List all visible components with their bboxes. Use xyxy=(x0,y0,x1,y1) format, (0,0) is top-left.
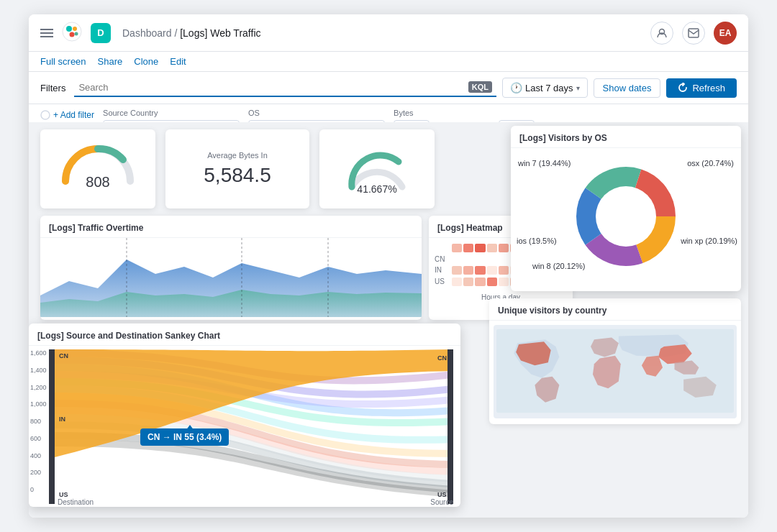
tooltip-arrow xyxy=(186,425,194,431)
traffic-chart xyxy=(40,238,422,317)
world-map-svg xyxy=(496,328,734,414)
svg-text:US: US xyxy=(59,491,68,498)
avg-bytes-card: Average Bytes In 5,584.5 xyxy=(165,129,309,208)
y-label-0: 0 xyxy=(30,486,47,493)
svg-point-3 xyxy=(70,32,75,37)
action-bar: Full screen Share Clone Edit xyxy=(29,52,748,72)
chevron-down-icon: ▾ xyxy=(576,84,580,92)
refresh-button[interactable]: Refresh xyxy=(666,78,737,98)
legend-ios: ios (19.5%) xyxy=(517,237,557,245)
y-label-200: 200 xyxy=(30,469,47,476)
logo xyxy=(62,22,82,45)
mail-icon-btn[interactable] xyxy=(682,22,705,45)
source-country-label: Source Country xyxy=(103,109,240,117)
gauge-value: 808 xyxy=(86,174,109,191)
svg-text:IN: IN xyxy=(59,416,65,423)
menu-icon[interactable] xyxy=(40,27,53,40)
add-filter-row: + Add filter xyxy=(40,110,94,120)
svg-text:CN: CN xyxy=(437,354,447,362)
share-link[interactable]: Share xyxy=(98,56,123,67)
y-label-800: 800 xyxy=(30,418,47,425)
clone-link[interactable]: Clone xyxy=(134,56,158,67)
gauge-card: 808 xyxy=(40,129,155,208)
search-input[interactable] xyxy=(78,82,468,93)
legend-win7: win 7 (19.44%) xyxy=(518,159,571,168)
dashboard-area: 808 Average Bytes In 5,584.5 41.667% [Lo… xyxy=(29,122,748,518)
svg-rect-18 xyxy=(447,349,453,504)
legend-osx: osx (20.74%) xyxy=(687,159,734,168)
y-label-400: 400 xyxy=(30,452,47,459)
show-dates-button[interactable]: Show dates xyxy=(594,78,661,98)
svg-rect-6 xyxy=(689,29,699,37)
svg-point-2 xyxy=(73,27,77,31)
filter-bar: Filters KQL 🕐 Last 7 days ▾ Show dates R… xyxy=(29,72,748,104)
visitors-os-title: [Logs] Visitors by OS xyxy=(511,126,741,148)
filters-label: Filters xyxy=(40,83,65,93)
clock-icon: 🕐 xyxy=(510,82,522,93)
sankey-src-label: Source xyxy=(430,498,453,506)
y-label-1200: 1,200 xyxy=(30,384,47,391)
app-badge: D xyxy=(91,23,111,43)
avg-bytes-value: 5,584.5 xyxy=(204,164,271,187)
sankey-svg: CN IN US CN US xyxy=(49,349,459,504)
time-range-text: Last 7 days xyxy=(525,83,573,93)
svg-text:US: US xyxy=(437,491,447,498)
pct-value: 41.667% xyxy=(357,183,396,195)
top-nav: D Dashboard / [Logs] Web Traffic EA xyxy=(29,14,748,52)
refresh-icon xyxy=(678,83,688,93)
donut-chart xyxy=(568,159,683,274)
y-label-1400: 1,400 xyxy=(30,367,47,374)
svg-rect-17 xyxy=(49,349,55,504)
os-label: OS xyxy=(248,109,385,117)
svg-point-0 xyxy=(63,22,81,41)
avatar[interactable]: EA xyxy=(714,22,737,45)
svg-point-1 xyxy=(66,26,72,32)
legend-winxp: win xp (20.19%) xyxy=(681,237,737,245)
avg-bytes-label: Average Bytes In xyxy=(207,151,268,160)
bytes-label: Bytes xyxy=(394,109,535,117)
worldmap-title: Unique visitors by country xyxy=(489,298,741,321)
legend-win8: win 8 (20.12%) xyxy=(532,262,585,270)
worldmap-card: Unique visitors by country xyxy=(489,298,741,424)
pct-card: 41.667% xyxy=(319,129,435,208)
breadcrumb: Dashboard / [Logs] Web Traffic xyxy=(122,27,650,39)
user-icon-btn[interactable] xyxy=(650,22,673,45)
svg-point-4 xyxy=(75,32,78,35)
sankey-dest-label: Destination xyxy=(58,498,94,506)
traffic-overtime-card: [Logs] Traffic Overtime xyxy=(40,216,422,320)
search-wrapper: KQL xyxy=(74,78,496,97)
y-label-1600: 1,600 xyxy=(30,349,47,357)
visitors-os-card: [Logs] Visitors by OS xyxy=(511,126,741,291)
traffic-overtime-title: [Logs] Traffic Overtime xyxy=(40,216,422,238)
kql-badge: KQL xyxy=(468,81,492,93)
sankey-title: [Logs] Source and Destination Sankey Cha… xyxy=(29,324,460,346)
sankey-card: [Logs] Source and Destination Sankey Cha… xyxy=(29,324,460,507)
y-label-1000: 1,000 xyxy=(30,400,47,408)
full-screen-link[interactable]: Full screen xyxy=(40,56,86,67)
svg-text:CN: CN xyxy=(59,352,68,359)
time-selector[interactable]: 🕐 Last 7 days ▾ xyxy=(502,78,588,98)
y-label-600: 600 xyxy=(30,435,47,442)
add-filter-link[interactable]: + Add filter xyxy=(53,110,94,120)
nav-icons: EA xyxy=(650,22,737,45)
circle-icon xyxy=(40,110,50,120)
svg-point-16 xyxy=(596,186,656,247)
svg-point-7 xyxy=(41,111,50,119)
edit-link[interactable]: Edit xyxy=(170,56,186,67)
